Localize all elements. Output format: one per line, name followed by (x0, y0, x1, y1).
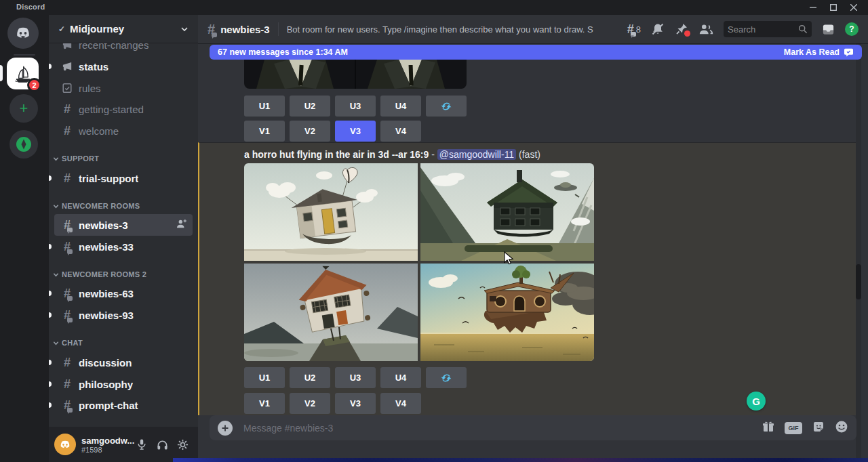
emoji-icon (835, 420, 848, 434)
verified-check-icon: ✓ (58, 24, 65, 34)
reroll-button[interactable] (426, 367, 467, 388)
chevron-down-icon (53, 203, 59, 209)
sidebar-item-newbies-3[interactable]: # newbies-3 (54, 214, 193, 236)
gif-button[interactable]: GIF (785, 422, 802, 434)
maximize-icon (830, 4, 837, 11)
generated-image-grid[interactable] (244, 163, 594, 361)
v3-button-selected[interactable]: V3 (335, 121, 376, 142)
generated-image-previous[interactable] (244, 60, 467, 89)
home-button[interactable] (7, 18, 39, 49)
v2-button[interactable]: V2 (290, 393, 330, 414)
explore-servers-button[interactable] (9, 130, 38, 159)
sidebar-item-discussion[interactable]: # discussion (54, 352, 193, 373)
sidebar-item-newbies-33[interactable]: # newbies-33 (54, 236, 193, 257)
user-panel: samgoodw... #1598 (49, 427, 198, 462)
member-list-button[interactable] (698, 23, 713, 35)
u4-button[interactable]: U4 (380, 367, 421, 388)
u3-button[interactable]: U3 (335, 96, 376, 117)
mute-mic-button[interactable] (132, 434, 152, 455)
window-minimize-button[interactable] (803, 0, 823, 15)
upscale-buttons-row: U1 U2 U3 U4 (244, 96, 467, 117)
mark-as-read-button[interactable]: Mark As Read (784, 47, 854, 57)
hash-chat-icon: # (60, 399, 75, 412)
avatar[interactable] (54, 434, 76, 455)
scrollbar-thumb[interactable] (856, 264, 861, 299)
v4-button[interactable]: V4 (380, 393, 421, 414)
help-button[interactable]: ? (845, 22, 859, 36)
unread-indicator (49, 175, 52, 181)
v3-button[interactable]: V3 (335, 393, 376, 414)
server-header[interactable]: ✓ Midjourney (49, 15, 198, 43)
server-icon-midjourney[interactable]: 2 (7, 58, 39, 89)
category-chat[interactable]: CHAT (53, 335, 194, 350)
hash-icon: # (60, 103, 75, 115)
sidebar-item-rules[interactable]: rules (54, 77, 193, 99)
selected-server-pill (0, 65, 3, 81)
u2-button[interactable]: U2 (290, 367, 330, 388)
invite-member-icon[interactable] (176, 219, 187, 231)
sidebar-item-getting-started[interactable]: # getting-started (54, 98, 193, 120)
chevron-down-icon (53, 272, 59, 278)
u2-button[interactable]: U2 (290, 96, 330, 117)
user-discriminator: #1598 (81, 446, 132, 454)
v2-button[interactable]: V2 (290, 121, 330, 142)
search-input[interactable] (728, 24, 798, 35)
chat-scrollbar[interactable] (856, 43, 861, 462)
notification-settings-button[interactable] (651, 22, 665, 36)
deafen-button[interactable] (152, 434, 172, 455)
message-composer[interactable]: GIF (210, 415, 856, 440)
server-rail: 2 + (0, 15, 49, 462)
grammarly-badge[interactable]: G (747, 392, 766, 411)
threads-button[interactable]: # 8 (627, 23, 641, 36)
gift-button[interactable] (762, 420, 775, 436)
emoji-button[interactable] (835, 420, 848, 436)
sidebar-item-trial-support[interactable]: # trial-support (54, 167, 193, 189)
unread-indicator (49, 402, 52, 408)
u3-button[interactable]: U3 (335, 367, 376, 388)
u1-button[interactable]: U1 (244, 96, 285, 117)
grammarly-g-icon: G (752, 396, 760, 407)
u4-button[interactable]: U4 (380, 96, 421, 117)
user-info[interactable]: samgoodw... #1598 (81, 436, 132, 454)
window-maximize-button[interactable] (823, 0, 844, 15)
sidebar-item-newbies-93[interactable]: # newbies-93 (54, 304, 193, 326)
pinned-messages-button[interactable] (675, 22, 688, 36)
generated-image-balloon-house[interactable] (244, 163, 418, 261)
unread-indicator (49, 381, 52, 387)
variation-buttons-row: V1 V2 V3 V4 (244, 121, 421, 142)
category-support[interactable]: SUPPORT (53, 151, 194, 166)
unread-indicator (49, 312, 52, 318)
v4-button[interactable]: V4 (380, 121, 421, 142)
attach-button[interactable] (218, 421, 233, 436)
new-messages-banner[interactable]: 67 new messages since 1:34 AM Mark As Re… (210, 45, 862, 60)
sidebar-item-welcome[interactable]: # welcome (54, 120, 193, 142)
v1-button[interactable]: V1 (244, 121, 285, 142)
add-server-button[interactable]: + (9, 94, 38, 123)
generated-image-steampunk-house[interactable] (420, 264, 594, 361)
search-box[interactable] (724, 21, 812, 37)
generated-image-crooked-house[interactable] (244, 264, 418, 361)
chevron-down-icon (180, 25, 189, 33)
category-newcomer-rooms[interactable]: NEWCOMER ROOMS (53, 198, 194, 213)
u1-button[interactable]: U1 (244, 367, 285, 388)
category-newcomer-rooms-2[interactable]: NEWCOMER ROOMS 2 (53, 267, 194, 282)
user-mention[interactable]: @samgoodwill-11 (437, 149, 516, 160)
message-input[interactable] (243, 423, 762, 434)
generated-image-mountain-cabin[interactable] (420, 163, 594, 261)
username: samgoodw... (81, 436, 132, 446)
discord-window: Discord (0, 0, 868, 462)
rail-separator (14, 54, 35, 56)
server-name: Midjourney (70, 23, 180, 35)
v1-button[interactable]: V1 (244, 393, 285, 414)
user-settings-button[interactable] (172, 434, 193, 455)
sidebar-item-philosophy[interactable]: # philosophy (54, 373, 193, 395)
sidebar-item-status[interactable]: status (54, 56, 193, 77)
sticker-button[interactable] (812, 420, 825, 436)
inbox-button[interactable] (822, 23, 835, 36)
reroll-button[interactable] (426, 96, 467, 117)
channel-topic[interactable]: Bot room for new users. Type /imagine th… (287, 24, 593, 35)
sidebar-item-prompt-chat[interactable]: # prompt-chat (54, 394, 193, 416)
window-close-button[interactable] (844, 0, 864, 15)
microphone-icon (136, 438, 147, 450)
sidebar-item-newbies-63[interactable]: # newbies-63 (54, 282, 193, 304)
